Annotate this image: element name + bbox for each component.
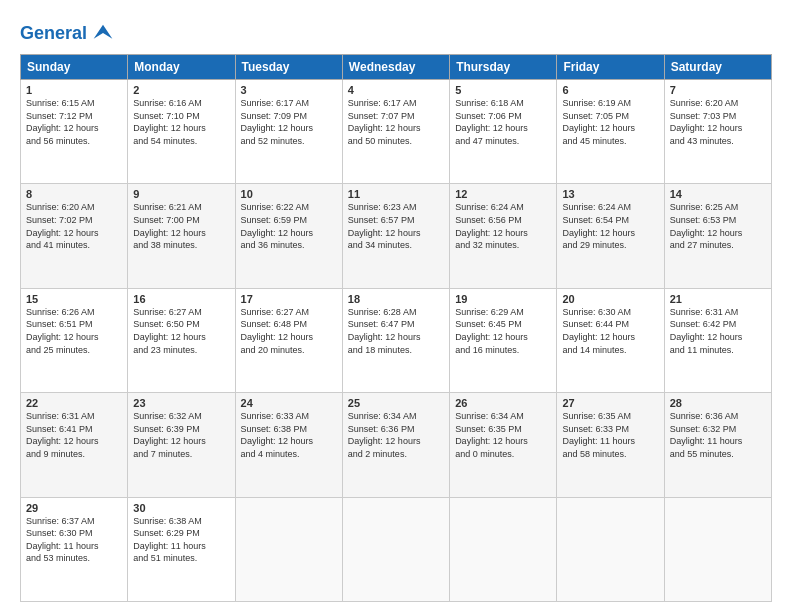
day-info: Sunrise: 6:26 AM Sunset: 6:51 PM Dayligh… — [26, 306, 122, 356]
day-info: Sunrise: 6:19 AM Sunset: 7:05 PM Dayligh… — [562, 97, 658, 147]
logo-bird-icon — [89, 20, 117, 48]
calendar-day-cell: 30Sunrise: 6:38 AM Sunset: 6:29 PM Dayli… — [128, 497, 235, 601]
calendar-day-cell: 2Sunrise: 6:16 AM Sunset: 7:10 PM Daylig… — [128, 80, 235, 184]
day-number: 15 — [26, 293, 122, 305]
calendar-day-cell: 20Sunrise: 6:30 AM Sunset: 6:44 PM Dayli… — [557, 288, 664, 392]
logo: General — [20, 20, 117, 48]
day-info: Sunrise: 6:24 AM Sunset: 6:56 PM Dayligh… — [455, 201, 551, 251]
day-number: 16 — [133, 293, 229, 305]
day-number: 9 — [133, 188, 229, 200]
day-info: Sunrise: 6:20 AM Sunset: 7:03 PM Dayligh… — [670, 97, 766, 147]
calendar-day-cell: 5Sunrise: 6:18 AM Sunset: 7:06 PM Daylig… — [450, 80, 557, 184]
calendar-empty-cell — [235, 497, 342, 601]
day-info: Sunrise: 6:15 AM Sunset: 7:12 PM Dayligh… — [26, 97, 122, 147]
calendar-week-row: 29Sunrise: 6:37 AM Sunset: 6:30 PM Dayli… — [21, 497, 772, 601]
day-number: 11 — [348, 188, 444, 200]
calendar-day-cell: 10Sunrise: 6:22 AM Sunset: 6:59 PM Dayli… — [235, 184, 342, 288]
day-number: 2 — [133, 84, 229, 96]
column-header-sunday: Sunday — [21, 55, 128, 80]
day-number: 12 — [455, 188, 551, 200]
calendar-empty-cell — [664, 497, 771, 601]
day-info: Sunrise: 6:31 AM Sunset: 6:42 PM Dayligh… — [670, 306, 766, 356]
day-number: 28 — [670, 397, 766, 409]
day-number: 10 — [241, 188, 337, 200]
day-number: 29 — [26, 502, 122, 514]
column-header-monday: Monday — [128, 55, 235, 80]
calendar-day-cell: 8Sunrise: 6:20 AM Sunset: 7:02 PM Daylig… — [21, 184, 128, 288]
day-info: Sunrise: 6:18 AM Sunset: 7:06 PM Dayligh… — [455, 97, 551, 147]
calendar-day-cell: 18Sunrise: 6:28 AM Sunset: 6:47 PM Dayli… — [342, 288, 449, 392]
calendar-empty-cell — [450, 497, 557, 601]
calendar-day-cell: 15Sunrise: 6:26 AM Sunset: 6:51 PM Dayli… — [21, 288, 128, 392]
calendar-day-cell: 7Sunrise: 6:20 AM Sunset: 7:03 PM Daylig… — [664, 80, 771, 184]
day-info: Sunrise: 6:34 AM Sunset: 6:35 PM Dayligh… — [455, 410, 551, 460]
day-number: 21 — [670, 293, 766, 305]
day-info: Sunrise: 6:24 AM Sunset: 6:54 PM Dayligh… — [562, 201, 658, 251]
day-info: Sunrise: 6:21 AM Sunset: 7:00 PM Dayligh… — [133, 201, 229, 251]
day-number: 22 — [26, 397, 122, 409]
calendar-day-cell: 16Sunrise: 6:27 AM Sunset: 6:50 PM Dayli… — [128, 288, 235, 392]
day-info: Sunrise: 6:20 AM Sunset: 7:02 PM Dayligh… — [26, 201, 122, 251]
day-info: Sunrise: 6:38 AM Sunset: 6:29 PM Dayligh… — [133, 515, 229, 565]
calendar-week-row: 8Sunrise: 6:20 AM Sunset: 7:02 PM Daylig… — [21, 184, 772, 288]
day-info: Sunrise: 6:27 AM Sunset: 6:50 PM Dayligh… — [133, 306, 229, 356]
column-header-saturday: Saturday — [664, 55, 771, 80]
calendar-day-cell: 4Sunrise: 6:17 AM Sunset: 7:07 PM Daylig… — [342, 80, 449, 184]
day-info: Sunrise: 6:35 AM Sunset: 6:33 PM Dayligh… — [562, 410, 658, 460]
day-number: 30 — [133, 502, 229, 514]
calendar-day-cell: 29Sunrise: 6:37 AM Sunset: 6:30 PM Dayli… — [21, 497, 128, 601]
day-info: Sunrise: 6:27 AM Sunset: 6:48 PM Dayligh… — [241, 306, 337, 356]
calendar-day-cell: 25Sunrise: 6:34 AM Sunset: 6:36 PM Dayli… — [342, 393, 449, 497]
day-number: 3 — [241, 84, 337, 96]
day-info: Sunrise: 6:29 AM Sunset: 6:45 PM Dayligh… — [455, 306, 551, 356]
day-number: 14 — [670, 188, 766, 200]
calendar-day-cell: 11Sunrise: 6:23 AM Sunset: 6:57 PM Dayli… — [342, 184, 449, 288]
calendar-day-cell: 26Sunrise: 6:34 AM Sunset: 6:35 PM Dayli… — [450, 393, 557, 497]
day-number: 8 — [26, 188, 122, 200]
day-number: 25 — [348, 397, 444, 409]
svg-marker-0 — [94, 25, 113, 39]
day-info: Sunrise: 6:25 AM Sunset: 6:53 PM Dayligh… — [670, 201, 766, 251]
day-info: Sunrise: 6:31 AM Sunset: 6:41 PM Dayligh… — [26, 410, 122, 460]
logo-text-block: General — [20, 20, 117, 48]
calendar-day-cell: 12Sunrise: 6:24 AM Sunset: 6:56 PM Dayli… — [450, 184, 557, 288]
calendar-day-cell: 24Sunrise: 6:33 AM Sunset: 6:38 PM Dayli… — [235, 393, 342, 497]
calendar-empty-cell — [557, 497, 664, 601]
calendar-day-cell: 27Sunrise: 6:35 AM Sunset: 6:33 PM Dayli… — [557, 393, 664, 497]
day-number: 6 — [562, 84, 658, 96]
day-info: Sunrise: 6:36 AM Sunset: 6:32 PM Dayligh… — [670, 410, 766, 460]
day-number: 1 — [26, 84, 122, 96]
day-info: Sunrise: 6:17 AM Sunset: 7:09 PM Dayligh… — [241, 97, 337, 147]
day-number: 27 — [562, 397, 658, 409]
calendar-day-cell: 23Sunrise: 6:32 AM Sunset: 6:39 PM Dayli… — [128, 393, 235, 497]
day-number: 17 — [241, 293, 337, 305]
day-number: 5 — [455, 84, 551, 96]
calendar-day-cell: 9Sunrise: 6:21 AM Sunset: 7:00 PM Daylig… — [128, 184, 235, 288]
day-info: Sunrise: 6:33 AM Sunset: 6:38 PM Dayligh… — [241, 410, 337, 460]
calendar-day-cell: 3Sunrise: 6:17 AM Sunset: 7:09 PM Daylig… — [235, 80, 342, 184]
day-number: 23 — [133, 397, 229, 409]
column-header-wednesday: Wednesday — [342, 55, 449, 80]
calendar-day-cell: 17Sunrise: 6:27 AM Sunset: 6:48 PM Dayli… — [235, 288, 342, 392]
day-number: 7 — [670, 84, 766, 96]
day-info: Sunrise: 6:32 AM Sunset: 6:39 PM Dayligh… — [133, 410, 229, 460]
calendar-day-cell: 28Sunrise: 6:36 AM Sunset: 6:32 PM Dayli… — [664, 393, 771, 497]
day-info: Sunrise: 6:37 AM Sunset: 6:30 PM Dayligh… — [26, 515, 122, 565]
calendar-day-cell: 14Sunrise: 6:25 AM Sunset: 6:53 PM Dayli… — [664, 184, 771, 288]
day-number: 18 — [348, 293, 444, 305]
calendar-week-row: 1Sunrise: 6:15 AM Sunset: 7:12 PM Daylig… — [21, 80, 772, 184]
calendar-day-cell: 19Sunrise: 6:29 AM Sunset: 6:45 PM Dayli… — [450, 288, 557, 392]
day-number: 20 — [562, 293, 658, 305]
column-header-thursday: Thursday — [450, 55, 557, 80]
calendar-day-cell: 13Sunrise: 6:24 AM Sunset: 6:54 PM Dayli… — [557, 184, 664, 288]
day-info: Sunrise: 6:34 AM Sunset: 6:36 PM Dayligh… — [348, 410, 444, 460]
calendar-day-cell: 22Sunrise: 6:31 AM Sunset: 6:41 PM Dayli… — [21, 393, 128, 497]
calendar-week-row: 22Sunrise: 6:31 AM Sunset: 6:41 PM Dayli… — [21, 393, 772, 497]
day-info: Sunrise: 6:22 AM Sunset: 6:59 PM Dayligh… — [241, 201, 337, 251]
calendar-day-cell: 1Sunrise: 6:15 AM Sunset: 7:12 PM Daylig… — [21, 80, 128, 184]
day-number: 13 — [562, 188, 658, 200]
column-header-friday: Friday — [557, 55, 664, 80]
day-info: Sunrise: 6:30 AM Sunset: 6:44 PM Dayligh… — [562, 306, 658, 356]
column-header-tuesday: Tuesday — [235, 55, 342, 80]
day-info: Sunrise: 6:17 AM Sunset: 7:07 PM Dayligh… — [348, 97, 444, 147]
